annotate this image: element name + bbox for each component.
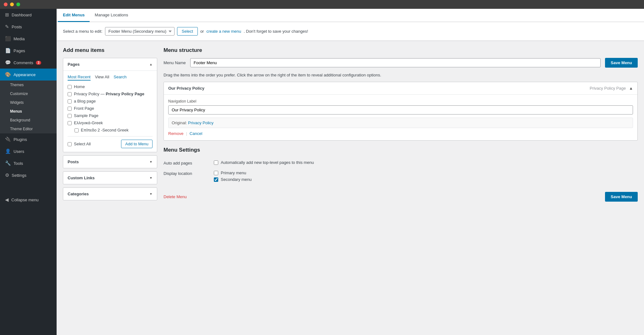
collapse-label: Collapse menu [11, 198, 39, 202]
page-item-second-greek[interactable]: Επίπεδο 2 -Second Greek [68, 128, 153, 132]
categories-accordion: Categories ▼ [63, 187, 157, 200]
sidebar-item-media[interactable]: ⬛ Media [0, 33, 57, 45]
page-item-greek[interactable]: Ελληνικά-Greek [68, 120, 153, 125]
page-item-privacy-policy[interactable]: Privacy Policy — Privacy Policy Page [68, 92, 153, 96]
users-label: Users [14, 149, 24, 154]
sidebar-item-comments[interactable]: 💬 Comments 3 [0, 57, 57, 69]
comments-icon: 💬 [5, 60, 11, 65]
main-content: Edit Menus Manage Locations Select a men… [57, 9, 644, 335]
sidebar-item-users[interactable]: 👤 Users [0, 145, 57, 157]
nav-label-input[interactable] [168, 105, 633, 114]
tab-most-recent[interactable]: Most Recent [68, 75, 91, 81]
sidebar-item-pages[interactable]: 📄 Pages [0, 45, 57, 57]
secondary-menu-label: Secondary menu [221, 177, 252, 182]
page-checkbox-blog[interactable] [68, 99, 72, 103]
tab-view-all[interactable]: View All [95, 75, 109, 81]
select-prefix: Select a menu to edit: [63, 29, 103, 34]
delete-menu-link[interactable]: Delete Menu [164, 194, 187, 199]
secondary-menu-checkbox[interactable] [214, 177, 218, 182]
plugins-icon: 🔌 [5, 137, 11, 142]
posts-accordion: Posts ▼ [63, 155, 157, 168]
select-all-checkbox[interactable] [68, 142, 72, 146]
display-location-label: Display location [164, 170, 208, 176]
sidebar-item-posts[interactable]: ✎ Posts [0, 21, 57, 33]
sidebar-item-dashboard[interactable]: ⊞ Dashboard [0, 9, 57, 21]
minimize-button[interactable] [10, 3, 14, 6]
page-checkbox-greek[interactable] [68, 121, 72, 125]
posts-accordion-arrow: ▼ [149, 160, 153, 164]
page-item-home[interactable]: Home [68, 84, 153, 89]
settings-icon: ⚙ [5, 172, 9, 178]
posts-icon: ✎ [5, 24, 9, 30]
sidebar-item-settings[interactable]: ⚙ Settings [0, 169, 57, 181]
sidebar-item-appearance[interactable]: 🎨 Appearance [0, 69, 57, 81]
primary-menu-checkbox[interactable] [214, 171, 218, 175]
collapse-icon: ◀ [5, 197, 9, 203]
sidebar-item-collapse[interactable]: ◀ Collapse menu [0, 194, 57, 206]
menu-structure-title: Menu structure [164, 47, 638, 53]
menu-item-header-privacy[interactable]: Our Privacy Policy Privacy Policy Page ▲ [164, 82, 637, 94]
add-to-menu-button[interactable]: Add to Menu [121, 140, 153, 148]
menu-item-body-privacy: Navigation Label Original: Privacy Polic… [164, 94, 637, 140]
original-link[interactable]: Privacy Policy [188, 120, 214, 125]
drag-hint: Drag the items into the order you prefer… [164, 73, 638, 77]
create-new-menu-link[interactable]: create a new menu [206, 29, 241, 34]
page-item-front[interactable]: Front Page [68, 106, 153, 111]
sidebar-item-themes[interactable]: Themes [0, 81, 57, 89]
page-checkbox-home[interactable] [68, 85, 72, 89]
sidebar-item-label: Pages [14, 48, 25, 53]
auto-add-checkbox-row[interactable]: Automatically add new top-level pages to… [214, 160, 638, 165]
appearance-submenu: Themes Customize Widgets Menus Backgroun… [0, 81, 57, 133]
fullscreen-button[interactable] [16, 3, 20, 6]
page-checkbox-second-greek[interactable] [75, 128, 79, 132]
auto-add-label: Auto add pages [164, 160, 208, 165]
pages-accordion-header[interactable]: Pages ▲ [63, 58, 157, 70]
tab-edit-menus[interactable]: Edit Menus [58, 9, 90, 22]
sidebar-item-theme-editor[interactable]: Theme Editor [0, 125, 57, 133]
primary-menu-row[interactable]: Primary menu [214, 170, 638, 175]
add-menu-items-title: Add menu items [63, 47, 157, 53]
page-checkbox-front[interactable] [68, 107, 72, 111]
page-item-sample[interactable]: Sample Page [68, 113, 153, 118]
categories-accordion-arrow: ▼ [149, 192, 153, 196]
sidebar-item-label: Comments [14, 60, 33, 65]
secondary-menu-row[interactable]: Secondary menu [214, 177, 638, 182]
auto-add-text: Automatically add new top-level pages to… [221, 160, 314, 165]
remove-link[interactable]: Remove [168, 131, 183, 136]
custom-links-accordion-header[interactable]: Custom Links ▼ [63, 172, 157, 184]
page-checkbox-privacy-policy[interactable] [68, 92, 72, 96]
tab-manage-locations[interactable]: Manage Locations [90, 9, 133, 22]
page-item-blog[interactable]: a Blog page [68, 99, 153, 103]
plugins-label: Plugins [14, 137, 27, 142]
cancel-link[interactable]: Cancel [190, 131, 202, 136]
users-icon: 👤 [5, 148, 11, 154]
sidebar-item-background[interactable]: Background [0, 116, 57, 125]
left-panel: Add menu items Pages ▲ Most Recent View … [63, 47, 157, 204]
categories-accordion-header[interactable]: Categories ▼ [63, 188, 157, 200]
menu-name-input[interactable] [190, 58, 601, 67]
page-checkbox-sample[interactable] [68, 114, 72, 118]
tab-search[interactable]: Search [114, 75, 126, 81]
or-text: or [200, 29, 204, 34]
auto-add-checkbox[interactable] [214, 160, 218, 165]
bottom-bar: Delete Menu Save Menu [164, 187, 638, 202]
auto-add-value: Automatically add new top-level pages to… [214, 160, 638, 165]
sidebar-item-customize[interactable]: Customize [0, 89, 57, 98]
save-menu-button-bottom[interactable]: Save Menu [605, 192, 638, 202]
sidebar-item-plugins[interactable]: 🔌 Plugins [0, 133, 57, 145]
menu-select[interactable]: Footer Menu (Secondary menu) [105, 27, 175, 36]
posts-accordion-header[interactable]: Posts ▼ [63, 156, 157, 168]
close-button[interactable] [4, 3, 8, 6]
sidebar-item-tools[interactable]: 🔧 Tools [0, 157, 57, 169]
save-menu-button-top[interactable]: Save Menu [605, 58, 638, 68]
pages-accordion: Pages ▲ Most Recent View All Search H [63, 58, 157, 152]
nav-label: Navigation Label [168, 99, 633, 103]
menu-item-type-privacy: Privacy Policy Page [590, 86, 626, 91]
sidebar-item-widgets[interactable]: Widgets [0, 98, 57, 107]
select-all-label[interactable]: Select All [68, 142, 91, 146]
select-button[interactable]: Select [177, 27, 198, 36]
menu-name-label: Menu Name [164, 60, 186, 65]
sidebar-item-menus[interactable]: Menus [0, 107, 57, 116]
menus-label: Menus [10, 109, 22, 114]
custom-links-accordion: Custom Links ▼ [63, 171, 157, 184]
